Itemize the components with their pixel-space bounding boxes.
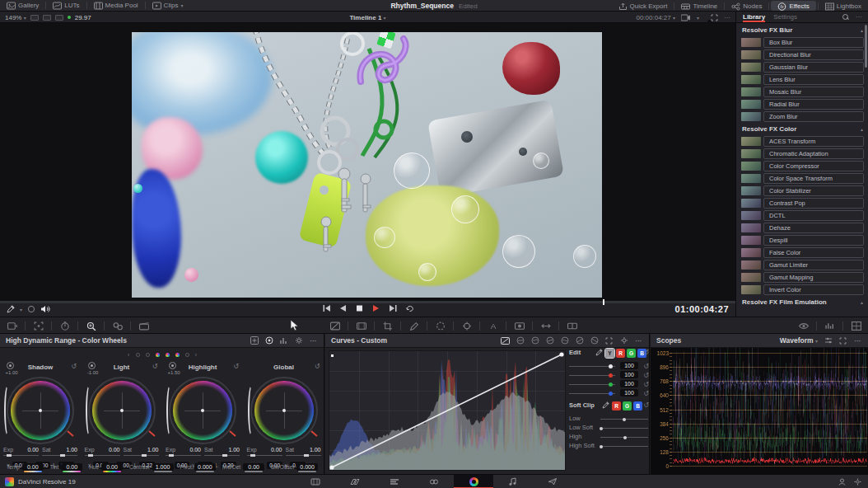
effect-item-gamut-mapping[interactable]: Gamut Mapping [741,272,864,283]
text-icon[interactable]: A [488,321,498,331]
scope-mini-icon[interactable] [824,321,835,331]
wheel-reset-icon[interactable]: ↺ [233,363,239,370]
hdr-settings-icon[interactable] [294,336,303,345]
curve-custom-icon[interactable] [501,336,510,345]
curve-sat-sat-icon[interactable] [575,336,584,345]
tracker-icon[interactable] [461,321,472,331]
scope-expand-icon[interactable] [838,336,847,345]
palette-prev-arrow[interactable]: ‹ [128,351,130,359]
camera-icon[interactable] [681,14,691,21]
effect-item-despill[interactable]: Despill [741,235,864,246]
stereo-icon[interactable] [567,321,577,331]
wheel-mode-icon[interactable] [264,336,273,345]
curve-hue-sat-icon[interactable] [530,336,539,345]
stopwatch-icon[interactable] [59,321,70,331]
library-more-icon[interactable]: ··· [856,13,862,21]
scope-adjust-icon[interactable] [824,336,833,345]
library-scrollbar[interactable] [865,25,867,68]
viewer-scrub-bar[interactable] [0,301,735,303]
softclip-reset-icon[interactable]: ↺ [643,401,649,409]
last-frame-button[interactable] [389,304,397,312]
field-value[interactable]: 1.000 [152,463,174,471]
effect-item-box-blur[interactable]: Box Blur [741,37,864,48]
effect-item-false-color[interactable]: False Color [741,247,864,258]
stop-button[interactable] [356,304,364,312]
curve-sat-lum-icon[interactable] [590,336,599,345]
topbar-button-timeline[interactable]: Timeline [674,0,724,12]
channel-gain-value[interactable]: 100 [620,380,638,387]
topbar-button-media-pool[interactable]: Media Pool [87,0,145,11]
effect-item-mosaic-blur[interactable]: Mosaic Blur [741,87,864,97]
library-section-header[interactable]: Resolve FX Color▴ [736,124,868,134]
viewer-more-icon[interactable]: ··· [724,14,730,21]
user-icon[interactable] [838,478,846,486]
settings-icon[interactable] [854,478,861,486]
collapse-section-icon[interactable]: ▴ [861,299,863,305]
effect-item-color-compressor[interactable]: Color Compressor [741,161,864,171]
edit-reset-icon[interactable]: ↺ [643,349,649,356]
curve-lum-sat-icon[interactable] [560,336,569,345]
softclip-channel-G[interactable]: G [623,401,632,411]
loop-button[interactable] [405,304,413,312]
color-wheel-light[interactable] [88,377,156,444]
curves-more-icon[interactable]: ··· [634,336,643,345]
field-value[interactable]: 0.00 [22,463,44,471]
palette-dot-2[interactable] [156,353,160,357]
wheels-icon[interactable] [112,321,123,331]
palette-dot-3[interactable] [166,353,170,357]
field-value[interactable]: 0.000 [194,463,216,471]
page-fairlight[interactable] [493,475,533,488]
library-section-header[interactable]: Resolve FX Blur▴ [736,25,868,35]
palette-dot-5[interactable] [185,353,189,357]
curve-channel-G[interactable]: G [627,349,636,358]
sizing-icon[interactable] [540,321,551,331]
scope-more-icon[interactable]: ··· [853,336,862,345]
effect-item-gamut-limiter[interactable]: Gamut Limiter [741,260,864,270]
page-fusion[interactable] [414,475,454,488]
crop-icon[interactable] [382,321,393,331]
effect-item-color-space-transform[interactable]: Color Space Transform [741,173,864,184]
effect-item-chromatic-adaptation[interactable]: Chromatic Adaptation [741,148,864,159]
curves-expand-icon[interactable] [604,336,614,345]
collapse-section-icon[interactable]: ▴ [861,27,863,33]
topbar-button-effects[interactable]: fxEffects [771,1,815,11]
channel-gain-slider[interactable]: 100↺ [569,371,650,379]
page-media[interactable] [296,475,335,488]
channel-gain-value[interactable]: 100 [620,389,638,396]
image-disable-icon[interactable] [329,321,340,331]
page-deliver[interactable] [533,475,572,488]
palette-next-arrow[interactable]: › [195,351,198,359]
page-edit[interactable] [375,475,414,488]
window-icon[interactable] [435,321,446,331]
softclip-eyedropper-icon[interactable] [602,401,609,409]
frame-icon[interactable] [33,321,44,331]
channel-gain-value[interactable]: 100 [620,371,638,378]
channel-gain-slider[interactable]: 100↺ [569,389,650,397]
field-value[interactable]: 0.00 [101,463,123,471]
softclip-slider-high-soft[interactable]: High Soft [569,442,650,450]
wheel-center-handle[interactable] [120,409,124,412]
effect-item-contrast-pop[interactable]: Contrast Pop [741,198,864,209]
slider-reset-icon[interactable]: ↺ [643,381,649,388]
palette-dot-0[interactable] [136,353,140,357]
scope-mode-select[interactable]: Waveform ▾ [780,336,818,345]
effect-item-zoom-blur[interactable]: Zoom Blur [741,111,864,122]
field-value[interactable]: 0.00 [61,463,82,471]
film-icon[interactable] [356,321,366,331]
curve-channel-Y[interactable]: Y [605,349,614,358]
tab-settings[interactable]: Settings [773,12,797,22]
wheel-reset-icon[interactable]: ↺ [315,363,320,370]
color-wheel-global[interactable] [250,377,318,444]
wheel-center-handle[interactable] [282,409,286,412]
effect-item-dctl[interactable]: DCTL [741,210,864,221]
channel-gain-slider[interactable]: 100↺ [569,380,650,388]
pen-icon[interactable] [408,321,419,331]
palette-dot-4[interactable] [175,353,180,357]
hdr-more-icon[interactable]: ··· [309,336,318,345]
field-value[interactable]: 0.00 [243,463,264,471]
effect-item-color-stabilizer[interactable]: Color Stabilizer [741,185,864,196]
effect-item-radial-blur[interactable]: Radial Blur [741,99,864,110]
channel-gain-value[interactable]: 100 [620,362,638,369]
slider-reset-icon[interactable]: ↺ [643,363,649,370]
wheel-reset-icon[interactable]: ↺ [71,363,77,370]
